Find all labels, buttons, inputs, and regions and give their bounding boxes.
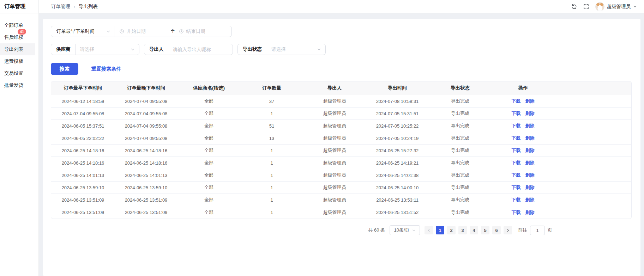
sidebar-item-label: 批量发货 (4, 82, 23, 88)
cell-earliest-time: 2024-06-25 14:18:16 (51, 148, 115, 153)
table-body: 2024-06-12 14:18:59 2024-07-04 09:55:08 … (51, 95, 631, 219)
search-button[interactable]: 搜索 (51, 63, 78, 75)
cell-actions: 下载 删除 (492, 160, 554, 166)
time-filter-group: 订单最早下单时间 开始日期 至 结束日期 (51, 26, 232, 37)
cell-export-time: 2024-06-25 14:01:38 (366, 173, 429, 178)
cell-order-count: 1 (240, 197, 303, 203)
cell-latest-time: 2024-07-04 09:55:08 (115, 123, 177, 129)
cell-export-status: 导出完成 (429, 110, 492, 117)
cell-actions: 下载 删除 (492, 184, 554, 191)
delete-link[interactable]: 删除 (525, 160, 535, 166)
cell-latest-time: 2024-06-25 13:51:09 (115, 197, 177, 203)
reset-search-link[interactable]: 重置搜索条件 (91, 66, 121, 72)
cell-actions: 下载 删除 (492, 123, 554, 129)
fullscreen-icon[interactable] (583, 4, 589, 10)
table-row: 2024-06-25 14:01:13 2024-06-25 14:01:13 … (51, 169, 631, 182)
start-date-placeholder: 开始日期 (127, 28, 146, 35)
export-status-filter-group: 导出状态 请选择 (237, 44, 326, 55)
delete-link[interactable]: 删除 (525, 135, 535, 141)
delete-link[interactable]: 删除 (525, 147, 535, 154)
delete-link[interactable]: 删除 (525, 110, 535, 117)
goto-page: 前往 页 (518, 226, 552, 235)
cell-order-count: 1 (240, 160, 303, 166)
page-button[interactable]: 3 (458, 226, 467, 234)
cell-export-status: 导出完成 (429, 98, 492, 104)
cell-actions: 下载 删除 (492, 197, 554, 203)
sidebar-item[interactable]: 41 售后维权 (0, 31, 38, 43)
chevron-down-icon (131, 47, 135, 51)
cell-export-status: 导出完成 (429, 135, 492, 141)
refresh-icon[interactable] (571, 4, 577, 10)
download-link[interactable]: 下载 (512, 172, 521, 178)
cell-actions: 下载 删除 (492, 110, 554, 117)
delete-link[interactable]: 删除 (525, 172, 535, 178)
table-row: 2024-06-25 14:18:16 2024-06-25 14:18:16 … (51, 157, 631, 169)
time-type-value: 订单最早下单时间 (56, 28, 95, 35)
page-button[interactable]: 1 (436, 226, 444, 234)
download-link[interactable]: 下载 (512, 160, 521, 166)
cell-exporter: 超级管理员 (303, 98, 366, 104)
clock-icon (119, 29, 124, 34)
supplier-select[interactable]: 请选择 (76, 46, 139, 53)
cell-earliest-time: 2024-07-04 09:55:08 (51, 111, 115, 116)
page-size-select[interactable]: 10条/页 (390, 225, 420, 235)
next-page-button[interactable] (504, 226, 512, 234)
download-link[interactable]: 下载 (512, 123, 521, 129)
supplier-filter-group: 供应商 请选择 (51, 44, 139, 55)
time-type-select[interactable]: 订单最早下单时间 (51, 28, 114, 35)
sidebar-item[interactable]: 批量发货 (0, 79, 38, 91)
sidebar-menu: 全部订单 41 售后维权 导出列表 运费模板 交易设置 批量发货 (0, 13, 38, 91)
page-button[interactable]: 6 (492, 226, 501, 234)
export-status-select[interactable]: 请选择 (267, 46, 325, 53)
download-link[interactable]: 下载 (512, 135, 521, 141)
total-count: 共 60 条 (368, 227, 385, 233)
delete-link[interactable]: 删除 (525, 184, 535, 191)
sidebar-item[interactable]: 运费模板 (0, 55, 38, 67)
delete-link[interactable]: 删除 (525, 123, 535, 129)
page-button[interactable]: 4 (470, 226, 478, 234)
delete-link[interactable]: 删除 (525, 98, 535, 104)
cell-export-time: 2024-07-05 10:25:22 (366, 123, 429, 129)
sidebar-item[interactable]: 导出列表 (0, 43, 38, 55)
download-link[interactable]: 下载 (512, 98, 521, 104)
chevron-down-icon (633, 5, 637, 8)
download-link[interactable]: 下载 (512, 147, 521, 154)
goto-page-input[interactable] (530, 226, 545, 235)
user-menu[interactable]: 超级管理员 (595, 2, 637, 11)
download-link[interactable]: 下载 (512, 209, 521, 216)
delete-link[interactable]: 删除 (525, 209, 535, 216)
pagination: 共 60 条 10条/页 123456 前往 页 (51, 225, 632, 235)
user-name: 超级管理员 (607, 4, 631, 10)
sidebar-item[interactable]: 交易设置 (0, 67, 38, 79)
cell-order-count: 1 (240, 173, 303, 178)
breadcrumb-parent[interactable]: 订单管理 (51, 4, 70, 10)
prev-page-button[interactable] (425, 226, 433, 234)
cell-actions: 下载 删除 (492, 147, 554, 154)
cell-earliest-time: 2024-06-25 13:51:09 (51, 210, 115, 215)
cell-export-time: 2024-06-25 13:51:52 (366, 210, 429, 215)
cell-actions: 下载 删除 (492, 135, 554, 141)
download-link[interactable]: 下载 (512, 184, 521, 191)
cell-earliest-time: 2024-06-05 22:02:22 (51, 136, 115, 141)
cell-latest-time: 2024-07-04 09:55:08 (115, 99, 177, 104)
page-button[interactable]: 2 (447, 226, 456, 234)
breadcrumb: 订单管理 › 导出列表 (51, 4, 98, 10)
cell-export-time: 2024-07-08 10:58:31 (366, 99, 429, 104)
cell-export-status: 导出完成 (429, 197, 492, 203)
cell-export-status: 导出完成 (429, 160, 492, 166)
end-date-placeholder: 结束日期 (186, 28, 205, 35)
cell-supplier: 全部 (177, 172, 240, 178)
chevron-right-icon (506, 228, 510, 232)
chevron-left-icon (427, 228, 431, 232)
end-date-field[interactable]: 结束日期 (179, 28, 227, 35)
exporter-input[interactable] (173, 47, 235, 52)
download-link[interactable]: 下载 (512, 110, 521, 117)
start-date-field[interactable]: 开始日期 (119, 28, 167, 35)
count-badge: 41 (18, 29, 26, 35)
sidebar-header: 订单管理 (0, 0, 38, 13)
delete-link[interactable]: 删除 (525, 197, 535, 203)
cell-exporter: 超级管理员 (303, 160, 366, 166)
cell-export-time: 2024-07-05 15:31:51 (366, 111, 429, 116)
download-link[interactable]: 下载 (512, 197, 521, 203)
page-button[interactable]: 5 (481, 226, 489, 234)
